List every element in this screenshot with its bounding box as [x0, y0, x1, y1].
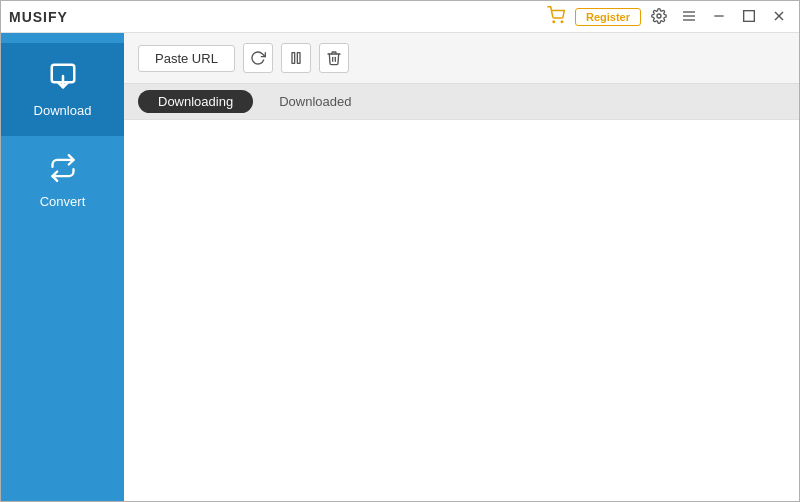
refresh-icon	[250, 50, 266, 66]
content-area: Paste URL	[124, 33, 799, 501]
close-icon	[771, 8, 787, 24]
settings-icon	[651, 8, 667, 24]
svg-point-2	[657, 14, 661, 18]
cart-icon	[547, 6, 565, 24]
menu-button[interactable]	[677, 6, 701, 28]
minimize-icon	[711, 8, 727, 24]
cart-button[interactable]	[543, 4, 569, 29]
pause-icon	[288, 50, 304, 66]
refresh-button[interactable]	[243, 43, 273, 73]
sidebar: Download Convert	[1, 33, 124, 501]
main-area: Download Convert Paste URL	[1, 33, 799, 501]
sidebar-download-label: Download	[34, 103, 92, 118]
settings-button[interactable]	[647, 6, 671, 28]
title-bar-left: MUSIFY	[9, 9, 68, 25]
svg-point-0	[553, 21, 555, 23]
sidebar-convert-label: Convert	[40, 194, 86, 209]
app-window: MUSIFY Register	[0, 0, 800, 502]
tab-downloading[interactable]: Downloading	[138, 90, 253, 113]
title-bar: MUSIFY Register	[1, 1, 799, 33]
svg-rect-7	[744, 10, 755, 21]
close-button[interactable]	[767, 6, 791, 28]
menu-icon	[681, 8, 697, 24]
sidebar-item-download[interactable]: Download	[1, 43, 124, 136]
svg-rect-12	[292, 53, 295, 64]
app-title: MUSIFY	[9, 9, 68, 25]
pause-button[interactable]	[281, 43, 311, 73]
tab-downloaded[interactable]: Downloaded	[259, 90, 371, 113]
maximize-icon	[741, 8, 757, 24]
download-icon	[48, 61, 78, 95]
delete-button[interactable]	[319, 43, 349, 73]
svg-point-1	[561, 21, 563, 23]
convert-icon	[49, 154, 77, 186]
maximize-button[interactable]	[737, 6, 761, 28]
toolbar: Paste URL	[124, 33, 799, 83]
register-button[interactable]: Register	[575, 8, 641, 26]
paste-url-button[interactable]: Paste URL	[138, 45, 235, 72]
tab-bar: Downloading Downloaded	[124, 83, 799, 119]
content-body	[124, 119, 799, 501]
svg-rect-13	[297, 53, 300, 64]
title-bar-right: Register	[543, 4, 791, 29]
minimize-button[interactable]	[707, 6, 731, 28]
sidebar-item-convert[interactable]: Convert	[1, 136, 124, 227]
delete-icon	[326, 50, 342, 66]
